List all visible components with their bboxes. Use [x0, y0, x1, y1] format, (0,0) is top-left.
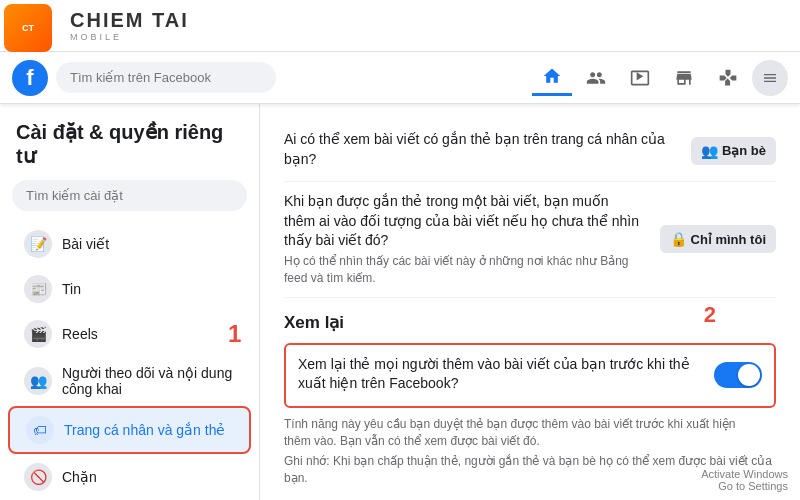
sidebar-title: Cài đặt & quyền riêng tư — [0, 116, 259, 180]
sidebar-item-tin-label: Tin — [62, 281, 81, 297]
bai-viet-icon: 📝 — [24, 230, 52, 258]
review-toggle1-box: Xem lại thẻ mọi người thêm vào bài viết … — [284, 343, 776, 408]
brand-name-block: CHIEM TAI MOBILE — [70, 9, 189, 42]
review-toggle1-row: Xem lại thẻ mọi người thêm vào bài viết … — [298, 355, 762, 396]
tag-audience-text: Chỉ mình tôi — [691, 232, 767, 247]
annotation-2: 2 — [704, 302, 716, 328]
review-toggle1-label: Xem lại thẻ mọi người thêm vào bài viết … — [298, 355, 698, 394]
review-toggle1-desc2: thêm vào. Bạn vẫn có thể xem được bài vi… — [284, 433, 776, 450]
sidebar: Cài đặt & quyền riêng tư 📝 Bài viết 📰 Ti… — [0, 104, 260, 500]
go-to-settings-text: Go to Settings — [701, 480, 788, 492]
tag-audience-row: Khi bạn được gắn thẻ trong một bài viết,… — [284, 182, 776, 297]
review-toggle2-row: Xem lại bài viết có gắn thẻ bạn trước kh… — [284, 493, 776, 500]
main-container: Cài đặt & quyền riêng tư 📝 Bài viết 📰 Ti… — [0, 104, 800, 500]
brand-mobile: MOBILE — [70, 32, 189, 42]
sidebar-item-chan[interactable]: 🚫 Chặn — [8, 455, 251, 499]
chan-icon: 🚫 — [24, 463, 52, 491]
sidebar-item-nguoi-theo-doi-label: Người theo dõi và nội dung công khai — [62, 365, 235, 397]
sidebar-search-input[interactable] — [12, 180, 247, 211]
review-toggle1-desc1: Tính năng này yêu cầu bạn duyệt thẻ bạn … — [284, 416, 776, 433]
annotation-1: 1 — [228, 320, 241, 348]
fb-logo[interactable]: f — [12, 60, 48, 96]
reels-icon: 🎬 — [24, 320, 52, 348]
nav-menu-button[interactable] — [752, 60, 788, 96]
nav-icons — [532, 60, 788, 96]
sidebar-item-bai-viet[interactable]: 📝 Bài viết — [8, 222, 251, 266]
sidebar-item-trang-ca-nhan[interactable]: 🏷 Trang cá nhân và gắn thẻ — [8, 406, 251, 454]
review-section-header: Xem lại — [284, 312, 776, 333]
sidebar-item-reels-label: Reels — [62, 326, 98, 342]
activate-windows: Activate Windows Go to Settings — [701, 468, 788, 492]
brand-header: CT CHIEM TAI MOBILE — [0, 0, 800, 52]
review-toggle1[interactable] — [714, 362, 762, 388]
sidebar-item-reels[interactable]: 🎬 Reels — [8, 312, 251, 356]
top-audience-row: Ai có thể xem bài viết có gắn thẻ bạn tr… — [284, 120, 776, 182]
brand-logo: CT — [4, 4, 52, 52]
sidebar-item-chan-label: Chặn — [62, 469, 97, 485]
tag-desc: Họ có thể nhìn thấy các bài viết này ở n… — [284, 253, 644, 287]
toggle1-knob — [738, 364, 760, 386]
top-audience-button[interactable]: 👥 Bạn bè — [691, 137, 776, 165]
activate-windows-text: Activate Windows — [701, 468, 788, 480]
review-section: Xem lại 2 — [284, 312, 776, 333]
nav-marketplace-button[interactable] — [664, 60, 704, 96]
fb-nav: f — [0, 52, 800, 104]
sidebar-item-tin[interactable]: 📰 Tin — [8, 267, 251, 311]
trang-ca-nhan-icon: 🏷 — [26, 416, 54, 444]
sidebar-item-nguoi-theo-doi[interactable]: 👥 Người theo dõi và nội dung công khai — [8, 357, 251, 405]
nav-watch-button[interactable] — [620, 60, 660, 96]
nav-friends-button[interactable] — [576, 60, 616, 96]
nguoi-theo-doi-icon: 👥 — [24, 367, 52, 395]
nav-gaming-button[interactable] — [708, 60, 748, 96]
content-area: Ai có thể xem bài viết có gắn thẻ bạn tr… — [260, 104, 800, 500]
brand-name: CHIEM TAI — [70, 9, 189, 32]
sidebar-item-trang-ca-nhan-label: Trang cá nhân và gắn thẻ — [64, 422, 225, 438]
nav-home-button[interactable] — [532, 60, 572, 96]
tag-audience-button[interactable]: 🔒 Chỉ mình tôi — [660, 225, 777, 253]
tin-icon: 📰 — [24, 275, 52, 303]
top-audience-text: Bạn bè — [722, 143, 766, 158]
tag-question-label: Khi bạn được gắn thẻ trong một bài viết,… — [284, 192, 644, 251]
sidebar-item-bai-viet-label: Bài viết — [62, 236, 109, 252]
search-input[interactable] — [56, 62, 276, 93]
top-question-label: Ai có thể xem bài viết có gắn thẻ bạn tr… — [284, 130, 675, 169]
